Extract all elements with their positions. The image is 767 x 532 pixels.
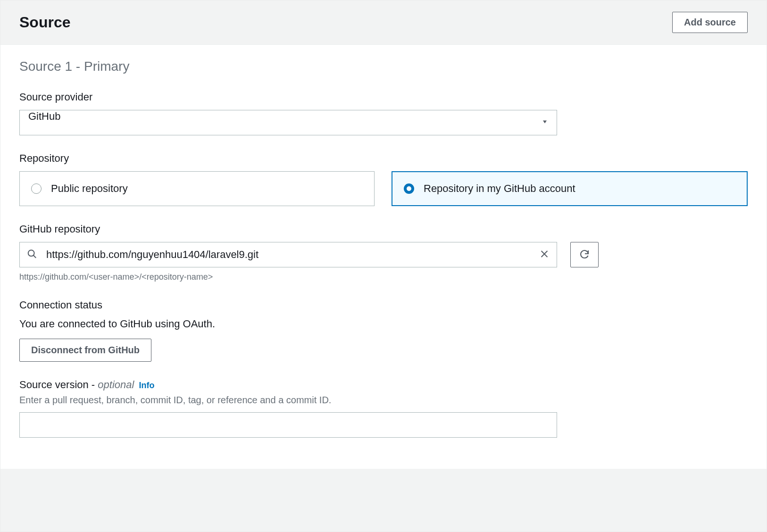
close-icon xyxy=(539,249,550,261)
connection-status-text: You are connected to GitHub using OAuth. xyxy=(19,318,748,330)
source-version-label: Source version xyxy=(19,379,89,391)
connection-status-label: Connection status xyxy=(19,299,748,311)
add-source-button[interactable]: Add source xyxy=(672,12,748,33)
radio-account-repository[interactable]: Repository in my GitHub account xyxy=(392,171,748,206)
source-version-hint: Enter a pull request, branch, commit ID,… xyxy=(19,395,748,406)
optional-text: optional xyxy=(98,379,134,391)
section-title: Source 1 - Primary xyxy=(19,59,748,74)
svg-line-1 xyxy=(33,255,36,258)
panel-title: Source xyxy=(19,14,70,31)
source-version-input[interactable] xyxy=(19,412,557,438)
repository-label: Repository xyxy=(19,152,748,165)
refresh-button[interactable] xyxy=(570,242,599,267)
disconnect-github-button[interactable]: Disconnect from GitHub xyxy=(19,339,151,362)
radio-label: Public repository xyxy=(51,183,128,195)
source-provider-label: Source provider xyxy=(19,91,748,103)
source-provider-select[interactable]: GitHub xyxy=(19,110,557,135)
github-repository-hint: https://github.com/<user-name>/<reposito… xyxy=(19,272,748,282)
radio-icon xyxy=(31,183,42,194)
refresh-icon xyxy=(579,249,590,261)
svg-point-0 xyxy=(28,250,34,256)
clear-input-button[interactable] xyxy=(537,247,551,263)
radio-icon xyxy=(404,183,414,194)
radio-public-repository[interactable]: Public repository xyxy=(19,171,375,206)
github-repository-input[interactable] xyxy=(19,242,557,267)
search-icon xyxy=(27,249,37,261)
github-repository-label: GitHub repository xyxy=(19,223,748,235)
radio-label: Repository in my GitHub account xyxy=(424,183,575,195)
info-link[interactable]: Info xyxy=(139,381,155,390)
separator-text: - xyxy=(89,379,98,391)
